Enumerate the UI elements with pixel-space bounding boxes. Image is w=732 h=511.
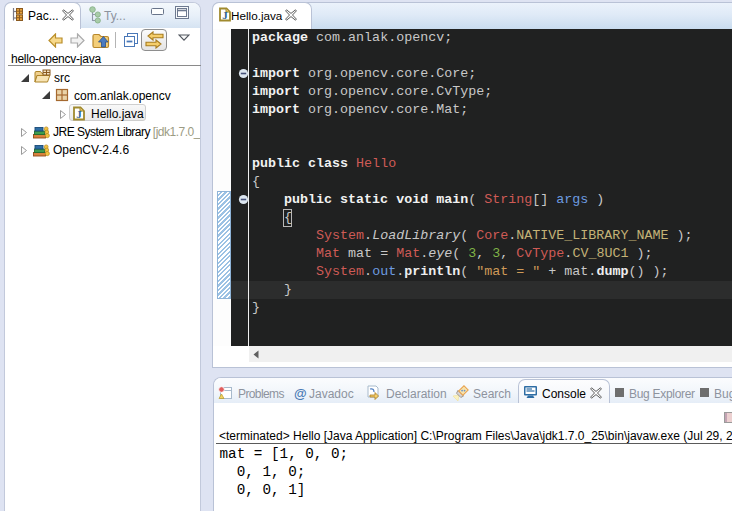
svg-text:J: J <box>76 108 82 120</box>
svg-text:J: J <box>222 9 228 21</box>
